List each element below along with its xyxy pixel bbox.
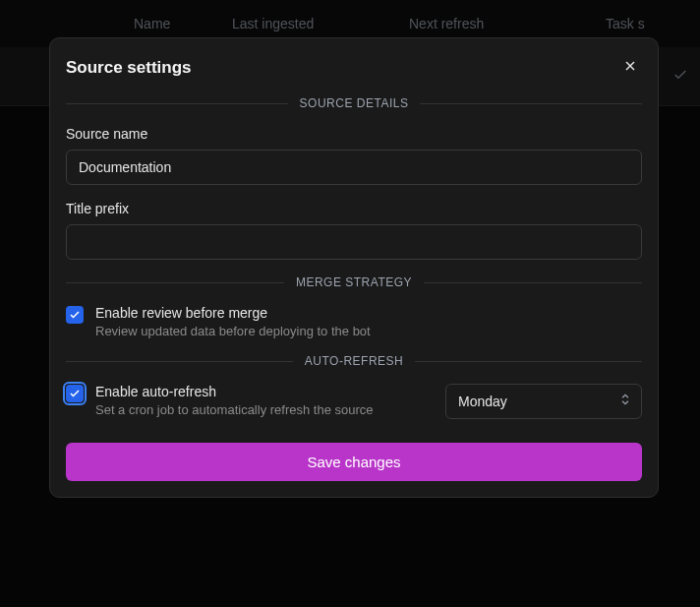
title-prefix-label: Title prefix xyxy=(66,201,642,216)
modal-title: Source settings xyxy=(66,58,192,78)
source-name-input[interactable] xyxy=(66,150,642,185)
save-changes-button[interactable]: Save changes xyxy=(66,443,642,481)
review-merge-checkbox[interactable] xyxy=(66,306,84,324)
source-settings-modal: Source settings SOURCE DETAILS Source na… xyxy=(49,37,659,498)
review-merge-title: Enable review before merge xyxy=(95,305,642,321)
auto-refresh-desc: Set a cron job to automatically refresh … xyxy=(95,402,430,417)
source-name-label: Source name xyxy=(66,126,642,142)
close-button[interactable] xyxy=(618,54,642,81)
auto-refresh-checkbox[interactable] xyxy=(66,385,84,402)
section-source-details: SOURCE DETAILS xyxy=(66,96,642,110)
section-auto-refresh: AUTO-REFRESH xyxy=(66,354,642,368)
close-icon xyxy=(622,58,638,77)
auto-refresh-title: Enable auto-refresh xyxy=(95,384,430,399)
section-merge-strategy: MERGE STRATEGY xyxy=(66,275,642,289)
title-prefix-input[interactable] xyxy=(66,224,642,260)
review-merge-desc: Review updated data before deploying to … xyxy=(95,324,642,338)
refresh-day-select[interactable]: Monday xyxy=(445,384,642,419)
